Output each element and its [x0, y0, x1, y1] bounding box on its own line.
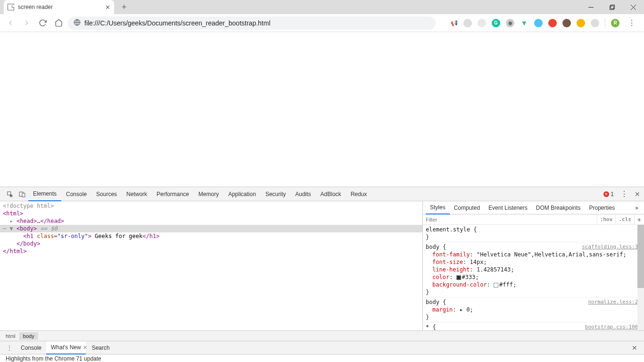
site-info-icon[interactable] — [74, 19, 81, 27]
camera-icon[interactable]: ◉ — [506, 19, 514, 27]
tab-application[interactable]: Application — [223, 187, 261, 201]
drawer-tab-close-icon[interactable]: ✕ — [83, 345, 87, 351]
crumb-body[interactable]: body — [19, 332, 38, 340]
ext-icon-gray[interactable] — [591, 19, 599, 27]
ext-icon-paint[interactable] — [577, 19, 585, 27]
address-bar[interactable]: file:///C:/Users/geeks/Documents/screen_… — [68, 16, 436, 30]
tab-security[interactable]: Security — [261, 187, 290, 201]
announce-icon[interactable]: 📢 — [451, 20, 458, 26]
inspect-icon[interactable] — [4, 191, 16, 197]
separator — [605, 18, 605, 28]
elements-breadcrumb: html body — [0, 330, 644, 341]
drawer-close-button[interactable]: ✕ — [628, 344, 641, 352]
browser-menu-button[interactable]: ⋮ — [625, 18, 638, 27]
drawer-menu-icon[interactable]: ⋮ — [3, 345, 16, 351]
styles-filter-input[interactable] — [423, 217, 597, 222]
svg-rect-9 — [22, 193, 25, 197]
new-rule-button[interactable]: + — [634, 214, 644, 224]
tab-audits[interactable]: Audits — [290, 187, 315, 201]
svg-rect-1 — [610, 6, 614, 9]
devtools-drawer: ⋮ Console What's New ✕ Search ✕ Highligh… — [0, 341, 644, 362]
new-tab-button[interactable]: + — [122, 2, 127, 12]
ext-icon-avatar1[interactable] — [562, 19, 571, 27]
tab-console[interactable]: Console — [61, 187, 91, 201]
crumb-html[interactable]: html — [2, 332, 19, 340]
devtools-close-button[interactable]: ✕ — [635, 190, 640, 198]
devtools: Elements Console Sources Network Perform… — [0, 187, 644, 362]
vue-icon[interactable]: ▼ — [520, 19, 528, 27]
styles-rules[interactable]: element.style { } scaffolding.less:32 bo… — [423, 225, 644, 330]
page-icon — [8, 4, 14, 10]
drawer-tab-bar: ⋮ Console What's New ✕ Search ✕ — [0, 341, 644, 354]
reload-button[interactable] — [36, 16, 49, 30]
home-button[interactable] — [52, 16, 65, 30]
styles-scrollbar[interactable] — [637, 225, 644, 330]
maximize-button[interactable] — [602, 0, 623, 14]
more-tabs-icon[interactable]: » — [632, 205, 641, 211]
drawer-content: Highlights from the Chrome 71 update — [0, 354, 644, 362]
tab-memory[interactable]: Memory — [194, 187, 223, 201]
close-window-button[interactable] — [623, 0, 644, 14]
tab-adblock[interactable]: AdBlock — [316, 187, 346, 201]
tab-computed[interactable]: Computed — [450, 201, 484, 214]
tab-strip: screen reader ✕ + — [0, 0, 644, 14]
ext-icon-1[interactable] — [463, 19, 472, 27]
tab-styles[interactable]: Styles — [426, 201, 450, 214]
tab-elements[interactable]: Elements — [28, 187, 61, 201]
back-button[interactable] — [4, 16, 17, 30]
error-indicator[interactable]: ✕1 — [603, 191, 614, 197]
styles-tab-bar: Styles Computed Event Listeners DOM Brea… — [423, 201, 644, 214]
elements-tree[interactable]: <!doctype html> <html> ▸ <head>…</head> … — [0, 201, 422, 330]
devtools-tab-bar: Elements Console Sources Network Perform… — [0, 187, 644, 201]
browser-tab[interactable]: screen reader ✕ — [4, 0, 114, 14]
drawer-tab-console[interactable]: Console — [16, 341, 46, 354]
ext-icon-red[interactable] — [548, 19, 557, 27]
url-text: file:///C:/Users/geeks/Documents/screen_… — [84, 19, 271, 27]
tab-sources[interactable]: Sources — [91, 187, 122, 201]
extensions-area: 📢 G ◉ ▼ R ⋮ — [451, 18, 640, 28]
svg-rect-2 — [611, 5, 615, 8]
tab-properties[interactable]: Properties — [585, 201, 619, 214]
page-viewport — [0, 32, 644, 187]
devtools-menu-button[interactable]: ⋮ — [618, 189, 631, 198]
tab-network[interactable]: Network — [122, 187, 152, 201]
ext-icon-2[interactable] — [478, 19, 486, 27]
toolbar: file:///C:/Users/geeks/Documents/screen_… — [0, 14, 644, 32]
tab-redux[interactable]: Redux — [346, 187, 372, 201]
tab-performance[interactable]: Performance — [152, 187, 194, 201]
hov-toggle[interactable]: :hov — [597, 214, 616, 224]
drawer-tab-search[interactable]: Search — [87, 341, 115, 354]
window-controls — [580, 0, 644, 14]
ext-icon-blue[interactable] — [534, 19, 543, 27]
tab-dom-breakpoints[interactable]: DOM Breakpoints — [532, 201, 585, 214]
minimize-button[interactable] — [580, 0, 602, 14]
tab-event-listeners[interactable]: Event Listeners — [484, 201, 532, 214]
grammarly-icon[interactable]: G — [492, 19, 500, 27]
profile-avatar[interactable]: R — [611, 19, 619, 27]
close-tab-icon[interactable]: ✕ — [105, 4, 110, 11]
styles-panel: Styles Computed Event Listeners DOM Brea… — [422, 201, 644, 330]
tab-title: screen reader — [18, 4, 105, 10]
drawer-tab-whatsnew[interactable]: What's New — [46, 341, 86, 354]
forward-button[interactable] — [20, 16, 33, 30]
device-toggle-icon[interactable] — [16, 191, 28, 197]
styles-filter-row: :hov .cls + — [423, 214, 644, 225]
cls-toggle[interactable]: .cls — [615, 214, 634, 224]
